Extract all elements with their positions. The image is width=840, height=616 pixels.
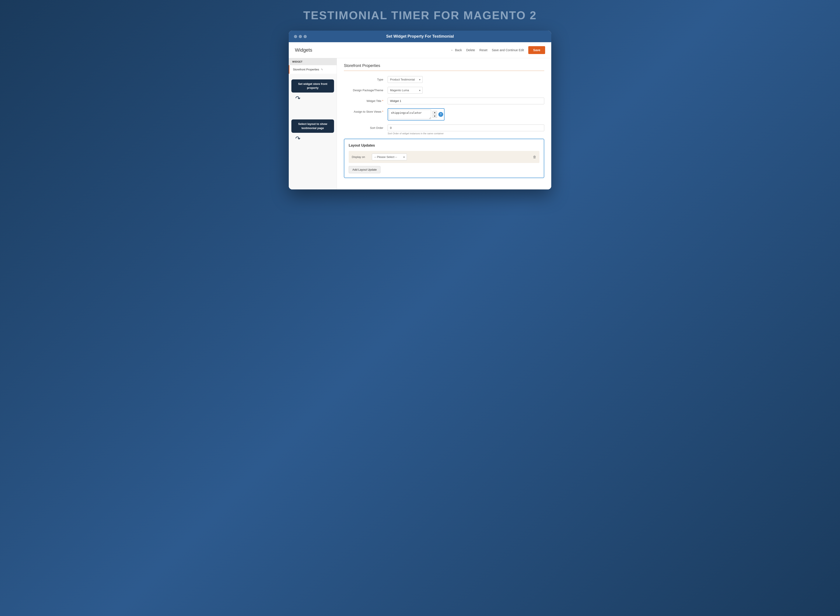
add-layout-button[interactable]: Add Layout Update — [349, 166, 380, 173]
browser-dots — [294, 35, 307, 38]
header-actions: ← Back Delete Reset Save and Continue Ed… — [451, 46, 545, 54]
stepper-controls: ▲ ▼ — [432, 111, 437, 118]
browser-window: Set Widget Property For Testimonial Widg… — [289, 31, 551, 189]
layout-updates-title: Layout Updates — [349, 144, 539, 147]
sort-order-label: Sort Order — [344, 125, 388, 129]
admin-header: Widgets ← Back Delete Reset Save and Con… — [289, 42, 551, 58]
sidebar-item-label: Storefront Properties — [293, 68, 319, 71]
delete-layout-icon[interactable]: 🗑 — [533, 155, 537, 159]
help-icon[interactable]: ? — [438, 112, 443, 117]
type-row: Type Product Testimonial ▼ — [344, 76, 544, 83]
type-select[interactable]: Product Testimonial — [388, 76, 423, 83]
design-select[interactable]: Magento Luma — [388, 87, 423, 94]
type-label: Type — [344, 76, 388, 81]
back-button[interactable]: ← Back — [451, 48, 462, 52]
widget-title-label: Widget Title * — [344, 98, 388, 103]
browser-dot-1 — [294, 35, 297, 38]
admin-body: WIDGET Storefront Properties ✎ Set widge… — [289, 58, 551, 189]
widget-title-input[interactable] — [388, 98, 544, 104]
browser-dot-3 — [303, 35, 307, 38]
sort-order-hint: Sort Order of widget instances in the sa… — [388, 132, 544, 135]
page-headline: TESTIMONIAL TIMER FOR MAGENTO 2 — [303, 9, 537, 22]
store-views-control: shippingcalculator ▲ ▼ ? — [388, 108, 544, 120]
store-views-textarea[interactable]: shippingcalculator — [389, 110, 431, 119]
widget-title-row: Widget Title * — [344, 98, 544, 104]
store-views-row: Assign to Store Views * shippingcalculat… — [344, 108, 544, 120]
design-row: Design Package/Theme Magento Luma ▼ — [344, 87, 544, 94]
required-star: * — [382, 99, 383, 103]
store-views-label: Assign to Store Views * — [344, 108, 388, 113]
delete-button[interactable]: Delete — [466, 48, 475, 52]
browser-title: Set Widget Property For Testimonial — [386, 34, 454, 39]
section-title: Storefront Properties — [344, 63, 544, 71]
display-on-select[interactable]: -- Please Select -- — [372, 154, 407, 160]
annotation-area: Set widget store front property ↷ Select… — [289, 74, 337, 146]
layout-updates-section: Layout Updates Display on -- Please Sele… — [344, 139, 544, 178]
design-control: Magento Luma ▼ — [388, 87, 544, 94]
admin-layout: Widgets ← Back Delete Reset Save and Con… — [289, 42, 551, 189]
sort-order-control: Sort Order of widget instances in the sa… — [388, 125, 544, 135]
type-control: Product Testimonial ▼ — [388, 76, 544, 83]
sidebar-item-storefront[interactable]: Storefront Properties ✎ — [289, 65, 337, 74]
widget-title-control — [388, 98, 544, 104]
arrow-to-layout-icon: ↷ — [295, 135, 337, 142]
storefront-annotation-box: Set widget store front property — [292, 79, 334, 92]
save-button[interactable]: Save — [528, 46, 545, 54]
design-label: Design Package/Theme — [344, 87, 388, 92]
sidebar-section-title: WIDGET — [289, 58, 337, 65]
layout-annotation-box: Select layout to show testimonial page — [292, 119, 334, 133]
design-select-wrapper: Magento Luma ▼ — [388, 87, 423, 94]
display-on-label: Display on — [352, 155, 369, 158]
store-views-wrapper: shippingcalculator ▲ ▼ ? — [388, 108, 444, 120]
sort-order-row: Sort Order Sort Order of widget instance… — [344, 125, 544, 135]
browser-titlebar: Set Widget Property For Testimonial — [289, 31, 551, 42]
stepper-up-button[interactable]: ▲ — [432, 111, 437, 114]
admin-title: Widgets — [295, 47, 312, 53]
stepper-down-button[interactable]: ▼ — [432, 114, 437, 118]
store-views-required-star: * — [382, 110, 383, 113]
display-on-select-wrapper: -- Please Select -- ▼ — [372, 154, 407, 160]
type-select-wrapper: Product Testimonial ▼ — [388, 76, 423, 83]
layout-update-row: Display on -- Please Select -- ▼ 🗑 — [349, 151, 539, 163]
sidebar: WIDGET Storefront Properties ✎ Set widge… — [289, 58, 337, 189]
edit-icon: ✎ — [321, 68, 323, 71]
save-continue-button[interactable]: Save and Continue Edit — [492, 48, 524, 52]
back-arrow-icon: ← — [451, 48, 454, 52]
reset-button[interactable]: Reset — [479, 48, 488, 52]
arrow-to-store-views-icon: ↷ — [295, 95, 337, 102]
main-content: Storefront Properties Type Product Testi… — [337, 58, 551, 189]
browser-dot-2 — [299, 35, 302, 38]
sort-order-input[interactable] — [388, 125, 544, 131]
back-label: Back — [455, 48, 462, 52]
